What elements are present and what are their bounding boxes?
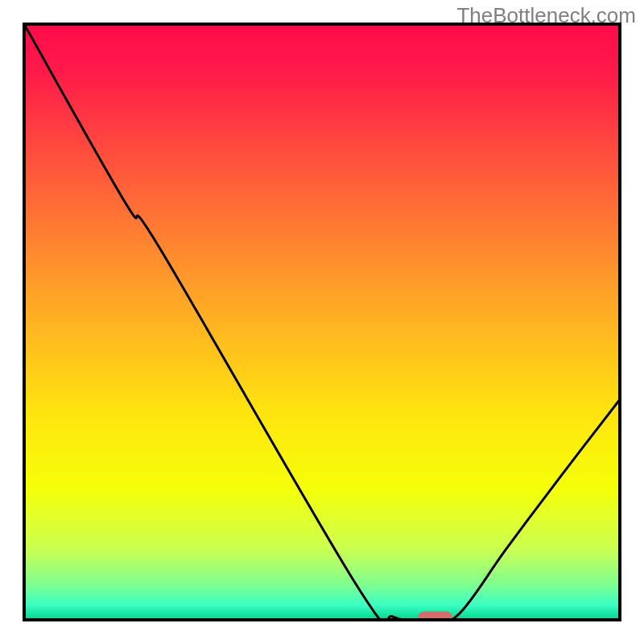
gradient-background (24, 24, 620, 620)
bottleneck-chart: TheBottleneck.com (0, 0, 644, 644)
chart-svg (0, 0, 644, 644)
optimal-marker (419, 612, 452, 624)
watermark: TheBottleneck.com (456, 3, 636, 28)
